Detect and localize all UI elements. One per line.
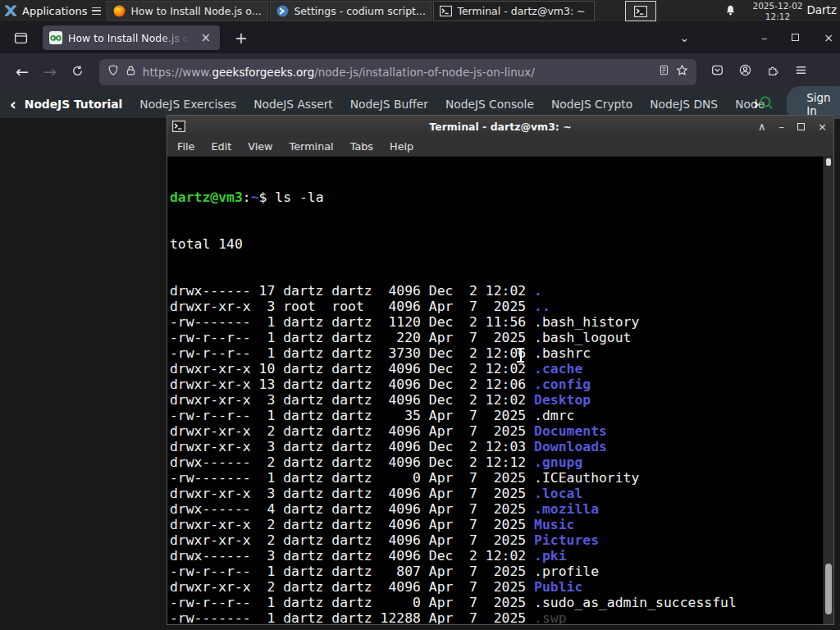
site-nav-link[interactable]: NodeJS Console [445,98,534,111]
file-meta: drwxr-xr-x 3 dartz dartz 4096 Apr 7 2025 [170,486,534,501]
terminal-output[interactable]: dartz@vm3:~$ ls -la total 140 drwx------… [167,157,833,624]
hamburger-menu-icon[interactable] [795,64,807,80]
terminal-close-button[interactable]: × [818,121,827,133]
tab-title: How to Install Node.js on [68,32,192,44]
site-nav-link[interactable]: NodeJS Exercises [139,98,236,111]
chevron-right-icon[interactable]: › [753,96,759,112]
taskbar-window-label: Terminal - dartz@vm3: ~ [457,5,585,17]
terminal-menu-help[interactable]: Help [381,138,422,155]
clock-date: 2025-12-02 [745,1,810,11]
top-panel: Applications How to Install Node.js o...… [0,0,840,22]
site-search-icon[interactable] [759,95,774,113]
scrollbar-thumb[interactable] [825,564,832,614]
url-text: https://www.geeksforgeeks.org/node-js/in… [143,66,652,79]
terminal-line: drwxr-xr-x 3 dartz dartz 4096 Dec 2 12:0… [170,392,833,408]
file-name: .pki [534,548,566,564]
terminal-menubar: FileEditViewTerminalTabsHelp [167,137,833,157]
terminal-line: drwx------ 4 dartz dartz 4096 Apr 7 2025… [170,501,833,517]
clock-time: 12:12 [745,11,810,22]
url-bar[interactable]: https://www.geeksforgeeks.org/node-js/in… [99,59,696,85]
firefox-icon [112,4,126,17]
extensions-puzzle-icon[interactable] [767,64,779,80]
site-nav-link[interactable]: NodeJS Tutorial [25,98,123,111]
file-name: .profile [534,564,599,579]
site-nav-items: NodeJS TutorialNodeJS ExercisesNodeJS As… [25,98,765,111]
prompt-command: ls -la [275,189,323,205]
lock-icon[interactable] [126,64,136,80]
browser-maximize-button[interactable] [792,34,799,41]
terminal-line: -rw-r--r-- 1 dartz dartz 3730 Dec 2 12:0… [170,345,833,361]
reader-view-icon[interactable] [659,64,669,80]
terminal-window: Terminal - dartz@vm3: ~ ∧ – × FileEditVi… [167,115,834,625]
site-nav-link[interactable]: NodeJS Buffer [350,98,428,111]
terminal-menu-terminal[interactable]: Terminal [281,138,342,155]
vscodium-icon [276,4,289,17]
terminal-line: drwxr-xr-x 2 dartz dartz 4096 Apr 7 2025… [170,423,833,439]
terminal-menu-edit[interactable]: Edit [203,138,240,155]
file-meta: drwx------ 3 dartz dartz 4096 Dec 2 12:0… [170,548,534,564]
terminal-maximize-button[interactable] [797,123,805,130]
terminal-line: drwx------ 17 dartz dartz 4096 Dec 2 12:… [170,283,833,299]
terminal-title-bar[interactable]: Terminal - dartz@vm3: ~ ∧ – × [167,116,833,137]
applications-menu-label: Applications [22,5,87,17]
terminal-line: drwxr-xr-x 2 dartz dartz 4096 Apr 7 2025… [170,532,833,548]
new-tab-button[interactable]: + [230,29,253,47]
shield-icon[interactable] [107,64,119,80]
file-name: .dmrc [534,408,574,423]
back-button[interactable]: ← [8,64,36,80]
terminal-line: -rw------- 1 dartz dartz 0 Apr 7 2025 .I… [170,470,833,486]
browser-tab-bar: How to Install Node.js on × + ⌄ – × [0,22,840,53]
site-nav-link[interactable]: NodeJS Crypto [551,98,632,111]
account-icon[interactable] [739,64,751,80]
forward-button[interactable]: → [36,64,64,80]
browser-minimize-button[interactable]: – [761,32,767,43]
reload-icon[interactable] [64,64,91,80]
taskbar-window-button[interactable]: How to Install Node.js o... [107,1,268,21]
firefox-view-icon[interactable] [7,26,34,49]
file-meta: drwxr-xr-x 3 dartz dartz 4096 Dec 2 12:0… [170,392,534,408]
prompt-user-host: dartz@vm3 [170,189,243,205]
terminal-line: drwxr-xr-x 3 root root 4096 Apr 7 2025 .… [170,299,833,314]
site-nav-link[interactable]: NodeJS Assert [253,98,333,111]
taskbar-window-button[interactable]: Settings - codium script... [270,1,431,21]
terminal-rollup-button[interactable]: ∧ [758,121,766,133]
terminal-line: -rw------- 1 dartz dartz 12288 Apr 7 202… [170,610,833,624]
pocket-icon[interactable] [711,64,724,80]
tray-terminal-launcher[interactable] [625,1,656,21]
browser-tab[interactable]: How to Install Node.js on × [43,25,220,50]
taskbar-window-label: Settings - codium script... [294,5,425,17]
terminal-line: -rw-r--r-- 1 dartz dartz 220 Apr 7 2025 … [170,330,833,345]
terminal-menu-view[interactable]: View [240,138,281,155]
terminal-menu-tabs[interactable]: Tabs [342,138,381,155]
terminal-window-title: Terminal - dartz@vm3: ~ [167,121,833,133]
terminal-scrollbar[interactable] [823,157,833,624]
file-meta: -rw------- 1 dartz dartz 0 Apr 7 2025 [170,470,534,486]
file-name: .ICEauthority [534,470,639,486]
terminal-line: -rw-r--r-- 1 dartz dartz 807 Apr 7 2025 … [170,564,833,579]
bookmark-star-icon[interactable] [676,64,688,80]
terminal-menu-file[interactable]: File [169,138,203,155]
terminal-line: drwx------ 2 dartz dartz 4096 Dec 2 12:1… [170,454,833,470]
panel-clock[interactable]: 2025-12-02 12:12 [745,1,810,21]
browser-close-button[interactable]: × [824,32,833,43]
applications-menu-button[interactable]: Applications [0,0,107,22]
list-all-tabs-chevron-icon[interactable]: ⌄ [680,31,690,44]
terminal-line: -rw-r--r-- 1 dartz dartz 35 Apr 7 2025 .… [170,408,833,423]
taskbar-window-button[interactable]: Terminal - dartz@vm3: ~ [433,1,595,21]
file-meta: -rw-r--r-- 1 dartz dartz 35 Apr 7 2025 [170,408,534,423]
site-nav-link[interactable]: NodeJS DNS [650,98,718,111]
terminal-prompt-line: dartz@vm3:~$ ls -la [170,189,833,205]
panel-user-label[interactable]: Dartz [806,3,837,16]
chevron-left-icon[interactable]: ‹ [10,97,16,112]
terminal-minimize-button[interactable]: – [779,121,785,133]
file-meta: drwxr-xr-x 3 dartz dartz 4096 Dec 2 12:0… [170,439,534,454]
terminal-line: drwxr-xr-x 13 dartz dartz 4096 Dec 2 12:… [170,377,833,392]
xfce-logo-icon [4,4,17,17]
tab-close-icon[interactable]: × [198,31,213,45]
notification-bell-icon[interactable] [724,4,737,20]
file-meta: drwxr-xr-x 2 dartz dartz 4096 Apr 7 2025 [170,517,534,532]
file-name: .bash_logout [534,330,631,345]
browser-toolbar: ← → https://www.geeksforgeeks.org/node-j… [0,53,840,90]
file-name: .sudo_as_admin_successful [534,595,737,610]
file-name: .swp [534,610,566,624]
